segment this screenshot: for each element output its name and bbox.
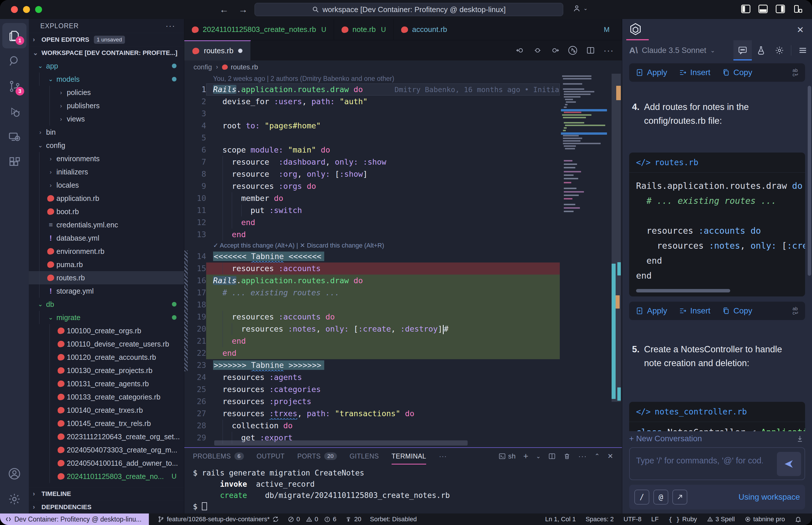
code-line-1[interactable]: 1Rails.application.routes.draw doDmitry …	[184, 84, 560, 95]
maximize-panel-icon[interactable]: ⌃	[594, 452, 600, 460]
run-file-icon[interactable]	[568, 45, 578, 55]
remote-indicator[interactable]: Dev Container: Profitency @ desktop-linu…	[0, 513, 149, 525]
tree-item-100145-create-trx-rels-rb[interactable]: 100145_create_trx_rels.rb	[29, 417, 184, 430]
toggle-sidebar-icon[interactable]	[741, 5, 750, 13]
timeline-section[interactable]: › TIMELINE	[29, 487, 184, 500]
chevron-down-icon[interactable]: ⌄	[710, 47, 715, 54]
code-line-9[interactable]: 9 resources :orgs do	[184, 180, 560, 192]
code-line-14[interactable]: 14<<<<<<< Tabnine <<<<<<<	[184, 251, 560, 262]
activity-explorer[interactable]: 1	[2, 23, 27, 48]
apply-button[interactable]: Apply	[635, 306, 667, 315]
horizontal-scrollbar[interactable]	[214, 440, 468, 446]
tree-item-config[interactable]: ⌄config	[29, 139, 184, 152]
activity-settings[interactable]	[2, 486, 27, 512]
terminal[interactable]: $ rails generate migration CreateNotes i…	[184, 465, 622, 513]
indentation-status[interactable]: Spaces: 2	[586, 515, 614, 523]
tree-item-credentials-yml-enc[interactable]: ≡credentials.yml.enc	[29, 218, 184, 231]
tree-item-environments[interactable]: ›environments	[29, 152, 184, 165]
code-line-12[interactable]: 12 end	[184, 216, 560, 228]
breadcrumb-folder[interactable]: config	[193, 63, 212, 71]
bell-icon[interactable]	[795, 516, 802, 523]
chat-messages[interactable]: Apply Insert Copy abc↵ 4. Add routes for…	[622, 60, 812, 431]
code-line-27[interactable]: 27 resources :trxes, path: "transactions…	[184, 408, 560, 420]
tab-account-rb[interactable]: account.rbM	[394, 19, 622, 40]
tree-item-100120-create-accounts-rb[interactable]: 100120_create_accounts.rb	[29, 350, 184, 364]
codelens-accept-discard[interactable]: ✓ Accept this change (Alt+A) | ✕ Discard…	[184, 241, 560, 251]
split-terminal-icon[interactable]	[548, 452, 556, 460]
close-panel-icon[interactable]: ✕	[607, 452, 613, 460]
settings-tab[interactable]	[770, 40, 789, 60]
code-line-16[interactable]: 16Rails.application.routes.draw do	[184, 274, 560, 287]
tree-item-storage-yml[interactable]: !storage.yml	[29, 284, 184, 298]
panel-tab-terminal[interactable]: TERMINAL	[392, 448, 426, 465]
code-line-11[interactable]: 11 put :switch	[184, 204, 560, 216]
chat-tab[interactable]	[733, 40, 752, 60]
copy-button[interactable]: Copy	[722, 68, 752, 77]
insert-at-cursor-icon[interactable]: abc↵	[793, 68, 799, 77]
tree-item-100131-create-agents-rb[interactable]: 100131_create_agents.rb	[29, 377, 184, 390]
activity-remote-explorer[interactable]	[2, 124, 27, 150]
labs-tab[interactable]	[752, 40, 770, 60]
code-line-4[interactable]: 4 root to: "pages#home"	[184, 120, 560, 132]
code-line-20[interactable]: 20 resources :notes, only: [:create, :de…	[184, 323, 560, 335]
mention-button[interactable]: @	[653, 490, 668, 505]
more-panel-tabs-icon[interactable]: ···	[439, 452, 447, 461]
eol-status[interactable]: LF	[651, 515, 659, 523]
tree-item-initializers[interactable]: ›initializers	[29, 165, 184, 178]
using-workspace-link[interactable]: Using workspace	[739, 493, 800, 502]
forward-arrow-icon[interactable]: →	[238, 4, 248, 15]
overview-ruler[interactable]	[610, 74, 622, 447]
panel-tab-ports[interactable]: PORTS20	[297, 448, 337, 465]
panel-tab-problems[interactable]: PROBLEMS6	[193, 448, 244, 465]
code-line-15[interactable]: 15 resources :accounts	[184, 262, 560, 274]
slash-command-button[interactable]: /	[634, 490, 649, 505]
tree-item-migrate[interactable]: ⌄migrate	[29, 311, 184, 324]
activity-account[interactable]	[2, 461, 27, 486]
tree-item-app[interactable]: ⌄app	[29, 59, 184, 73]
tree-item-20241101125803-create-no-[interactable]: 20241101125803_create_no...U	[29, 470, 184, 483]
tab-note-rb[interactable]: note.rbU	[334, 19, 394, 40]
panel-tab-gitlens[interactable]: GITLENS	[350, 448, 379, 465]
ports-status[interactable]: 20	[345, 515, 361, 523]
minimize-window-button[interactable]	[23, 6, 30, 13]
code-line-6[interactable]: 6 scope module: "main" do	[184, 144, 560, 156]
code-line-23[interactable]: 23>>>>>>> Tabnine >>>>>>>	[184, 359, 560, 371]
back-arrow-icon[interactable]: ←	[219, 4, 228, 15]
close-window-button[interactable]	[11, 6, 18, 13]
code-line-5[interactable]: 5	[184, 132, 560, 144]
change-icon[interactable]	[533, 46, 542, 55]
code-line-17[interactable]: 17 # ... existing routes ...	[184, 287, 560, 299]
code-line-24[interactable]: 24 resources :agents	[184, 371, 560, 384]
dependencies-section[interactable]: › DEPENDENCIES	[29, 500, 184, 513]
trash-icon[interactable]	[563, 452, 571, 460]
split-editor-icon[interactable]	[586, 46, 595, 55]
shell-selector[interactable]: sh	[499, 452, 516, 460]
toggle-secondary-sidebar-icon[interactable]	[776, 5, 785, 13]
toggle-panel-icon[interactable]	[758, 5, 768, 13]
tree-item-boot-rb[interactable]: boot.rb	[29, 205, 184, 218]
tree-item-100133-create-categories-rb[interactable]: 100133_create_categories.rb	[29, 390, 184, 404]
tabnine-status[interactable]: tabnine pro	[744, 515, 785, 523]
tree-item-puma-rb[interactable]: puma.rb	[29, 258, 184, 271]
tree-item-db[interactable]: ⌄db	[29, 298, 184, 311]
more-actions-icon[interactable]: ···	[604, 45, 614, 55]
tree-item-views[interactable]: ›views	[29, 112, 184, 125]
code-line-13[interactable]: 13 end	[184, 228, 560, 241]
more-actions-icon[interactable]: ···	[578, 452, 587, 460]
copy-button[interactable]: Copy	[722, 306, 752, 315]
send-button[interactable]	[777, 452, 801, 476]
insert-button[interactable]: Insert	[679, 306, 710, 315]
insert-at-cursor-icon[interactable]: abc↵	[793, 306, 799, 315]
new-terminal-icon[interactable]: +	[523, 451, 528, 461]
more-actions-icon[interactable]: ···	[165, 21, 175, 30]
workspace-section[interactable]: ⌄ WORKSPACE [DEV CONTAINER: PROFITE...]	[29, 46, 184, 59]
code-editor[interactable]: You, 2 weeks ago | 2 authors (Dmitry Bab…	[184, 74, 622, 447]
tree-item-100140-create-trxes-rb[interactable]: 100140_create_trxes.rb	[29, 404, 184, 417]
breadcrumb-file[interactable]: routes.rb	[231, 63, 258, 71]
tab-routes-rb[interactable]: routes.rb	[184, 40, 251, 60]
activity-source-control[interactable]: 3	[2, 74, 27, 99]
zoom-window-button[interactable]	[35, 6, 42, 13]
tree-item-database-yml[interactable]: !database.yml	[29, 231, 184, 245]
tree-item-publishers[interactable]: ›publishers	[29, 99, 184, 112]
close-icon[interactable]: ✕	[797, 25, 804, 35]
